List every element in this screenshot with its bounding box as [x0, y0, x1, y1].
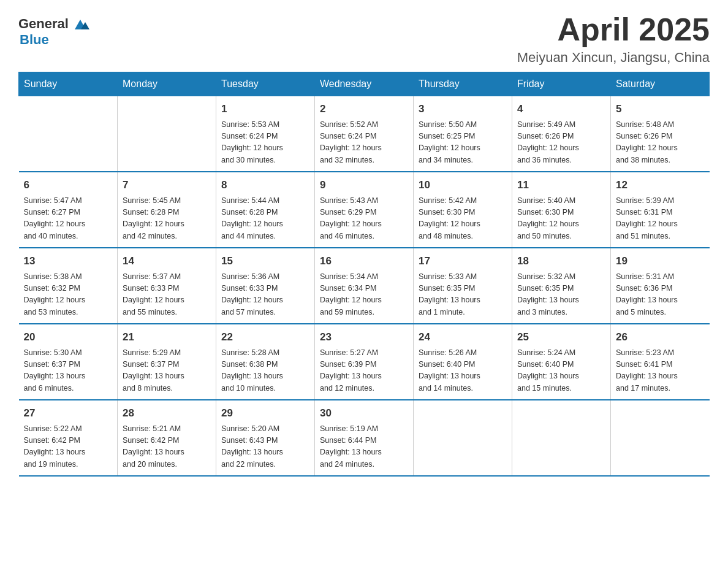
- calendar-cell: 30Sunrise: 5:19 AMSunset: 6:44 PMDayligh…: [315, 400, 414, 476]
- calendar-cell: 4Sunrise: 5:49 AMSunset: 6:26 PMDaylight…: [512, 96, 611, 172]
- day-number: 28: [123, 405, 211, 421]
- calendar-cell: 18Sunrise: 5:32 AMSunset: 6:35 PMDayligh…: [512, 248, 611, 324]
- calendar-week-1: 1Sunrise: 5:53 AMSunset: 6:24 PMDaylight…: [19, 96, 710, 172]
- day-number: 16: [320, 253, 408, 269]
- day-info: Sunrise: 5:29 AMSunset: 6:37 PMDaylight:…: [123, 347, 211, 395]
- day-number: 12: [616, 177, 705, 193]
- weekday-header-sunday: Sunday: [19, 72, 118, 96]
- calendar-cell: 29Sunrise: 5:20 AMSunset: 6:43 PMDayligh…: [216, 400, 315, 476]
- day-number: 18: [517, 253, 605, 269]
- day-number: 9: [320, 177, 408, 193]
- weekday-header-thursday: Thursday: [414, 72, 512, 96]
- day-number: 8: [221, 177, 309, 193]
- day-info: Sunrise: 5:38 AMSunset: 6:32 PMDaylight:…: [24, 271, 113, 319]
- page-header: General Blue April 2025 Meiyuan Xincun, …: [18, 12, 710, 66]
- logo: General Blue: [18, 12, 92, 47]
- day-number: 13: [24, 253, 113, 269]
- weekday-header-tuesday: Tuesday: [216, 72, 315, 96]
- day-number: 19: [616, 253, 705, 269]
- calendar-cell: 3Sunrise: 5:50 AMSunset: 6:25 PMDaylight…: [414, 96, 512, 172]
- day-number: 1: [221, 101, 309, 117]
- calendar-cell: 15Sunrise: 5:36 AMSunset: 6:33 PMDayligh…: [216, 248, 315, 324]
- day-number: 4: [517, 101, 605, 117]
- calendar-cell: 26Sunrise: 5:23 AMSunset: 6:41 PMDayligh…: [611, 324, 710, 400]
- calendar-week-4: 20Sunrise: 5:30 AMSunset: 6:37 PMDayligh…: [19, 324, 710, 400]
- calendar-subtitle: Meiyuan Xincun, Jiangsu, China: [517, 50, 710, 66]
- day-number: 14: [123, 253, 211, 269]
- day-number: 10: [419, 177, 507, 193]
- day-number: 26: [616, 329, 705, 345]
- day-number: 7: [123, 177, 211, 193]
- day-number: 23: [320, 329, 408, 345]
- day-number: 29: [221, 405, 309, 421]
- day-number: 24: [419, 329, 507, 345]
- day-info: Sunrise: 5:42 AMSunset: 6:30 PMDaylight:…: [419, 195, 507, 243]
- day-info: Sunrise: 5:33 AMSunset: 6:35 PMDaylight:…: [419, 271, 507, 319]
- day-info: Sunrise: 5:40 AMSunset: 6:30 PMDaylight:…: [517, 195, 605, 243]
- day-info: Sunrise: 5:48 AMSunset: 6:26 PMDaylight:…: [616, 119, 705, 167]
- calendar-title: April 2025: [517, 12, 710, 47]
- day-info: Sunrise: 5:43 AMSunset: 6:29 PMDaylight:…: [320, 195, 408, 243]
- calendar-week-2: 6Sunrise: 5:47 AMSunset: 6:27 PMDaylight…: [19, 172, 710, 248]
- day-info: Sunrise: 5:52 AMSunset: 6:24 PMDaylight:…: [320, 119, 408, 167]
- calendar-body: 1Sunrise: 5:53 AMSunset: 6:24 PMDaylight…: [19, 96, 710, 477]
- weekday-header-wednesday: Wednesday: [315, 72, 414, 96]
- day-info: Sunrise: 5:22 AMSunset: 6:42 PMDaylight:…: [24, 423, 113, 471]
- calendar-table: SundayMondayTuesdayWednesdayThursdayFrid…: [18, 72, 710, 477]
- day-info: Sunrise: 5:31 AMSunset: 6:36 PMDaylight:…: [616, 271, 705, 319]
- day-info: Sunrise: 5:26 AMSunset: 6:40 PMDaylight:…: [419, 347, 507, 395]
- day-info: Sunrise: 5:19 AMSunset: 6:44 PMDaylight:…: [320, 423, 408, 471]
- calendar-cell: 27Sunrise: 5:22 AMSunset: 6:42 PMDayligh…: [19, 400, 118, 476]
- weekday-header-row: SundayMondayTuesdayWednesdayThursdayFrid…: [19, 72, 710, 96]
- day-number: 17: [419, 253, 507, 269]
- day-info: Sunrise: 5:37 AMSunset: 6:33 PMDaylight:…: [123, 271, 211, 319]
- day-number: 3: [419, 101, 507, 117]
- title-section: April 2025 Meiyuan Xincun, Jiangsu, Chin…: [517, 12, 710, 66]
- day-info: Sunrise: 5:24 AMSunset: 6:40 PMDaylight:…: [517, 347, 605, 395]
- calendar-cell: 24Sunrise: 5:26 AMSunset: 6:40 PMDayligh…: [414, 324, 512, 400]
- day-number: 11: [517, 177, 605, 193]
- day-number: 5: [616, 101, 705, 117]
- day-info: Sunrise: 5:23 AMSunset: 6:41 PMDaylight:…: [616, 347, 705, 395]
- calendar-cell: 23Sunrise: 5:27 AMSunset: 6:39 PMDayligh…: [315, 324, 414, 400]
- day-info: Sunrise: 5:53 AMSunset: 6:24 PMDaylight:…: [221, 119, 309, 167]
- calendar-cell: 19Sunrise: 5:31 AMSunset: 6:36 PMDayligh…: [611, 248, 710, 324]
- weekday-header-saturday: Saturday: [611, 72, 710, 96]
- calendar-cell: [512, 400, 611, 476]
- calendar-cell: 16Sunrise: 5:34 AMSunset: 6:34 PMDayligh…: [315, 248, 414, 324]
- calendar-cell: 5Sunrise: 5:48 AMSunset: 6:26 PMDaylight…: [611, 96, 710, 172]
- calendar-cell: 7Sunrise: 5:45 AMSunset: 6:28 PMDaylight…: [118, 172, 216, 248]
- calendar-cell: [118, 96, 216, 172]
- day-info: Sunrise: 5:21 AMSunset: 6:42 PMDaylight:…: [123, 423, 211, 471]
- day-info: Sunrise: 5:39 AMSunset: 6:31 PMDaylight:…: [616, 195, 705, 243]
- day-info: Sunrise: 5:44 AMSunset: 6:28 PMDaylight:…: [221, 195, 309, 243]
- calendar-cell: 21Sunrise: 5:29 AMSunset: 6:37 PMDayligh…: [118, 324, 216, 400]
- day-number: 30: [320, 405, 408, 421]
- calendar-header: SundayMondayTuesdayWednesdayThursdayFrid…: [19, 72, 710, 96]
- calendar-cell: 20Sunrise: 5:30 AMSunset: 6:37 PMDayligh…: [19, 324, 118, 400]
- calendar-week-5: 27Sunrise: 5:22 AMSunset: 6:42 PMDayligh…: [19, 400, 710, 476]
- day-info: Sunrise: 5:36 AMSunset: 6:33 PMDaylight:…: [221, 271, 309, 319]
- day-info: Sunrise: 5:20 AMSunset: 6:43 PMDaylight:…: [221, 423, 309, 471]
- day-info: Sunrise: 5:47 AMSunset: 6:27 PMDaylight:…: [24, 195, 113, 243]
- weekday-header-friday: Friday: [512, 72, 611, 96]
- calendar-cell: 1Sunrise: 5:53 AMSunset: 6:24 PMDaylight…: [216, 96, 315, 172]
- day-number: 27: [24, 405, 113, 421]
- weekday-header-monday: Monday: [118, 72, 216, 96]
- calendar-cell: 9Sunrise: 5:43 AMSunset: 6:29 PMDaylight…: [315, 172, 414, 248]
- day-number: 25: [517, 329, 605, 345]
- day-number: 6: [24, 177, 113, 193]
- logo-icon: [69, 12, 92, 36]
- calendar-cell: 14Sunrise: 5:37 AMSunset: 6:33 PMDayligh…: [118, 248, 216, 324]
- calendar-cell: [19, 96, 118, 172]
- calendar-cell: 6Sunrise: 5:47 AMSunset: 6:27 PMDaylight…: [19, 172, 118, 248]
- day-number: 22: [221, 329, 309, 345]
- day-number: 20: [24, 329, 113, 345]
- day-info: Sunrise: 5:34 AMSunset: 6:34 PMDaylight:…: [320, 271, 408, 319]
- calendar-cell: 25Sunrise: 5:24 AMSunset: 6:40 PMDayligh…: [512, 324, 611, 400]
- calendar-cell: 13Sunrise: 5:38 AMSunset: 6:32 PMDayligh…: [19, 248, 118, 324]
- day-number: 2: [320, 101, 408, 117]
- calendar-cell: 17Sunrise: 5:33 AMSunset: 6:35 PMDayligh…: [414, 248, 512, 324]
- day-number: 21: [123, 329, 211, 345]
- calendar-cell: 22Sunrise: 5:28 AMSunset: 6:38 PMDayligh…: [216, 324, 315, 400]
